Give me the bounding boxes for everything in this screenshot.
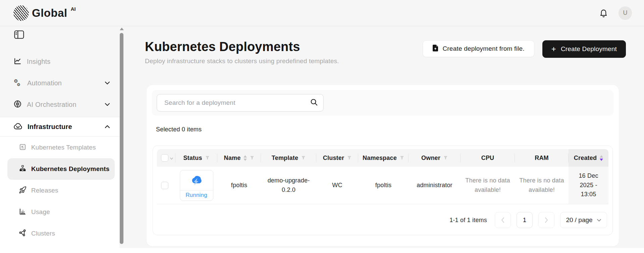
column-header-owner[interactable]: Owner: [409, 149, 461, 167]
chevron-down-icon[interactable]: [170, 155, 173, 162]
column-header-status[interactable]: Status: [175, 149, 217, 167]
button-label: Create deployment from file.: [442, 45, 524, 52]
notifications-bell-icon[interactable]: [598, 7, 609, 19]
sort-asc-caret[interactable]: [244, 155, 247, 158]
row-checkbox[interactable]: [161, 182, 168, 189]
sidebar-item-label: Insights: [27, 58, 51, 66]
sidebar: Insights ⚙ ⚙ Automation: [0, 26, 125, 248]
main-content: Kubernetes Deployments Deploy infrastruc…: [125, 26, 644, 248]
brand-mark-icon: [13, 5, 29, 21]
brand-superscript: AI: [71, 6, 76, 12]
bottom-strip: [0, 248, 644, 253]
column-label: Cluster: [323, 155, 344, 162]
search-input[interactable]: [157, 94, 324, 112]
cpu-cell: There is no data available!: [461, 167, 515, 204]
search-icon[interactable]: [310, 98, 318, 107]
sidebar-item-kubernetes-templates[interactable]: Kubernetes Templates: [0, 137, 119, 158]
row-select-cell: [157, 167, 175, 204]
sort-desc-caret[interactable]: [244, 159, 247, 161]
sort-desc-caret-active[interactable]: [600, 159, 603, 161]
column-header-name[interactable]: Name: [217, 149, 261, 167]
sidebar-item-label: Kubernetes Deployments: [31, 165, 110, 173]
sidebar-item-label: Releases: [31, 187, 58, 194]
pagination-page-1[interactable]: 1: [517, 212, 533, 228]
column-header-cpu[interactable]: CPU: [461, 149, 515, 167]
brain-icon: [13, 100, 22, 110]
chart-line-icon: [13, 57, 22, 67]
sidebar-item-kubernetes-deployments[interactable]: Kubernetes Deployments: [7, 158, 115, 180]
column-header-created[interactable]: Created: [569, 149, 608, 167]
column-label: RAM: [535, 155, 549, 162]
sidebar-item-automation[interactable]: ⚙ ⚙ Automation: [0, 72, 119, 94]
sidebar-item-infrastructure[interactable]: Infrastructure: [0, 117, 119, 137]
filter-icon[interactable]: [443, 155, 448, 162]
sidebar-scrollbar[interactable]: [119, 26, 124, 248]
name-cell: fpoltis: [217, 167, 261, 204]
column-label: CPU: [481, 155, 494, 162]
create-deployment-from-file-button[interactable]: Create deployment from file.: [423, 40, 534, 57]
filter-icon[interactable]: [250, 155, 254, 162]
deployments-icon: [19, 165, 26, 174]
table-header-row: Status Name: [157, 149, 608, 167]
table-row[interactable]: Running fpoltis demo-upgrade-0.2.0 WC fp…: [157, 167, 608, 204]
sidebar-nav: Insights ⚙ ⚙ Automation: [0, 51, 119, 244]
cloud-icon: [13, 122, 22, 132]
template-icon: [19, 143, 26, 152]
ram-cell: There is no data available!: [515, 167, 569, 204]
rocket-icon: [19, 186, 26, 195]
filter-icon[interactable]: [347, 155, 352, 162]
sidebar-item-releases[interactable]: Releases: [0, 180, 119, 201]
status-badge[interactable]: Running: [180, 170, 213, 201]
page-actions: Create deployment from file. + Create De…: [423, 40, 626, 65]
column-header-namespace[interactable]: Namespace: [358, 149, 409, 167]
user-avatar[interactable]: U: [619, 6, 632, 20]
pagination-summary: 1-1 of 1 items: [449, 217, 487, 224]
scrollbar-up-arrow[interactable]: [120, 28, 124, 30]
button-label: Create Deployment: [561, 45, 617, 53]
column-header-ram[interactable]: RAM: [515, 149, 569, 167]
file-upload-icon: [432, 44, 438, 53]
sort-asc-caret[interactable]: [600, 155, 603, 158]
page-size-value: 20 / page: [566, 216, 592, 224]
scrollbar-thumb[interactable]: [120, 33, 123, 244]
sort-icon[interactable]: [244, 155, 247, 161]
template-cell: demo-upgrade-0.2.0: [261, 167, 316, 204]
filter-icon[interactable]: [301, 155, 306, 162]
select-all-cell: [157, 149, 175, 167]
app-root: Global AI U: [0, 0, 644, 253]
sidebar-item-label: Infrastructure: [28, 123, 72, 131]
svg-text:⚙: ⚙: [17, 82, 20, 87]
select-all-checkbox[interactable]: [161, 154, 168, 162]
chevron-down-icon: [597, 219, 601, 222]
sidebar-item-clusters[interactable]: Clusters: [0, 223, 119, 244]
column-header-cluster[interactable]: Cluster: [316, 149, 358, 167]
deployments-card: Selected 0 items Status: [147, 85, 619, 246]
sidebar-item-label: Automation: [27, 79, 62, 87]
cluster-cell: WC: [316, 167, 358, 204]
sidebar-toggle-icon[interactable]: [14, 30, 24, 39]
filter-icon[interactable]: [400, 155, 404, 162]
filter-icon[interactable]: [205, 155, 210, 162]
sidebar-item-ai-orchestration[interactable]: AI Orchestration: [0, 94, 119, 115]
sidebar-item-label: AI Orchestration: [27, 101, 76, 109]
infrastructure-sub-nav: Kubernetes Templates Kub: [0, 137, 119, 244]
sidebar-item-insights[interactable]: Insights: [0, 51, 119, 72]
column-label: Name: [224, 155, 241, 162]
column-header-template[interactable]: Template: [261, 149, 316, 167]
page-size-select[interactable]: 20 / page: [560, 212, 607, 228]
status-cell: Running: [175, 167, 217, 204]
created-cell: 16 Dec 2025 - 13:05: [569, 167, 608, 204]
deployments-table: Status Name: [153, 145, 613, 235]
sort-icon[interactable]: [600, 155, 603, 161]
create-deployment-button[interactable]: + Create Deployment: [542, 40, 626, 58]
pagination-next-button[interactable]: [538, 212, 554, 228]
search-panel: [152, 90, 613, 116]
pagination-prev-button[interactable]: [495, 212, 511, 228]
status-label: Running: [180, 190, 213, 201]
sidebar-item-usage[interactable]: Usage: [0, 201, 119, 223]
header-actions: U: [598, 6, 632, 20]
sidebar-item-label: Usage: [31, 208, 50, 216]
column-label: Status: [183, 155, 202, 162]
gears-icon: ⚙ ⚙: [13, 78, 22, 88]
column-label: Owner: [421, 155, 440, 162]
